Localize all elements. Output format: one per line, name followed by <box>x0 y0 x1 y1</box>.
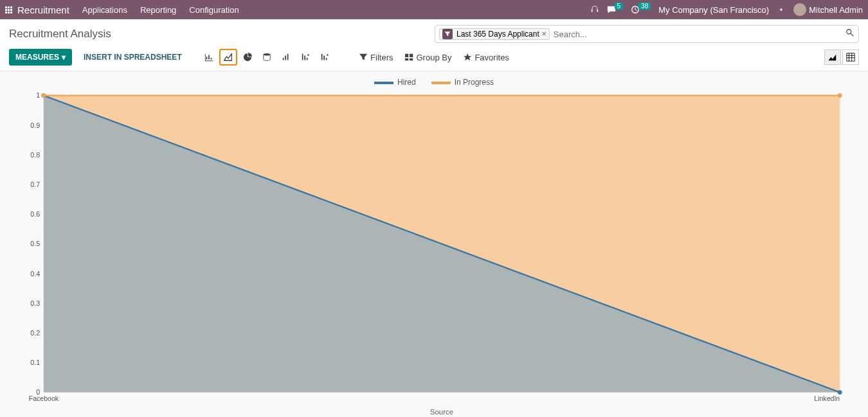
avatar <box>793 3 806 16</box>
legend-item-hired[interactable]: Hired <box>374 78 416 87</box>
svg-point-3 <box>263 53 270 56</box>
pie-chart-button[interactable] <box>239 49 257 66</box>
svg-point-29 <box>838 93 842 98</box>
groupby-button[interactable]: Group By <box>405 53 452 62</box>
page-title: Recruitment Analysis <box>9 28 111 40</box>
top-navbar: Recruitment Applications Reporting Confi… <box>0 0 868 19</box>
groupby-label: Group By <box>417 53 452 62</box>
nav-configuration[interactable]: Configuration <box>189 5 239 15</box>
filter-chip-label: Last 365 Days Applicant <box>457 30 539 39</box>
control-panel: Recruitment Analysis Last 365 Days Appli… <box>0 19 868 71</box>
nav-applications[interactable]: Applications <box>82 5 127 15</box>
svg-text:LinkedIn: LinkedIn <box>814 395 840 402</box>
sort-desc2-button[interactable] <box>316 49 334 66</box>
activities-icon[interactable]: 38 <box>631 5 651 14</box>
legend-item-in-progress[interactable]: In Progress <box>431 78 494 87</box>
svg-point-1 <box>780 8 782 11</box>
sort-desc1-button[interactable] <box>296 49 314 66</box>
app-name[interactable]: Recruitment <box>17 4 69 15</box>
svg-text:0.2: 0.2 <box>30 329 40 337</box>
svg-text:1: 1 <box>36 91 40 99</box>
filter-chip[interactable]: Last 365 Days Applicant × <box>439 28 550 40</box>
support-icon[interactable] <box>590 5 599 14</box>
svg-text:Source: Source <box>430 408 454 416</box>
user-name: Mitchell Admin <box>809 5 863 15</box>
remove-filter-icon[interactable]: × <box>542 30 547 39</box>
line-chart: 00.10.20.30.40.50.60.70.80.91FacebookLin… <box>9 89 859 417</box>
filters-label: Filters <box>370 53 393 62</box>
svg-text:0.7: 0.7 <box>30 181 40 188</box>
search-bar[interactable]: Last 365 Days Applicant × <box>435 25 859 43</box>
insert-spreadsheet-button[interactable]: Insert in Spreadsheet <box>77 49 188 66</box>
svg-text:0.8: 0.8 <box>30 151 40 159</box>
svg-text:0.9: 0.9 <box>30 121 40 129</box>
stacked-button[interactable] <box>258 49 276 66</box>
graph-view-button[interactable] <box>824 49 841 65</box>
filters-button[interactable]: Filters <box>359 53 393 62</box>
messages-icon[interactable]: 5 <box>607 5 624 14</box>
line-chart-button[interactable] <box>219 49 237 66</box>
activities-badge: 38 <box>638 3 651 10</box>
legend-label-1: In Progress <box>455 78 494 87</box>
legend-label-0: Hired <box>397 78 416 87</box>
company-selector[interactable]: My Company (San Francisco) <box>658 5 769 15</box>
svg-text:Facebook: Facebook <box>29 395 59 402</box>
filter-icon <box>442 29 453 39</box>
svg-point-28 <box>41 93 46 98</box>
chart-area: Hired In Progress 00.10.20.30.40.50.60.7… <box>0 71 868 417</box>
chart-legend: Hired In Progress <box>9 78 859 87</box>
nav-reporting[interactable]: Reporting <box>140 5 176 15</box>
svg-point-27 <box>838 390 842 395</box>
user-menu[interactable]: Mitchell Admin <box>793 3 863 16</box>
svg-text:0.6: 0.6 <box>30 210 40 218</box>
svg-text:0.1: 0.1 <box>30 359 40 366</box>
bar-chart-button[interactable] <box>200 49 218 66</box>
debug-icon[interactable] <box>777 5 786 14</box>
measures-label: Measures <box>15 53 59 62</box>
favorites-label: Favorites <box>475 53 509 62</box>
svg-text:0.5: 0.5 <box>30 240 40 247</box>
search-input[interactable] <box>554 30 845 39</box>
svg-text:0.3: 0.3 <box>30 299 40 307</box>
svg-text:0.4: 0.4 <box>30 270 40 278</box>
chart-type-switcher <box>200 49 334 66</box>
messages-badge: 5 <box>615 3 624 10</box>
pivot-view-button[interactable] <box>842 49 859 65</box>
favorites-button[interactable]: Favorites <box>463 53 509 62</box>
svg-point-2 <box>847 30 851 34</box>
measures-button[interactable]: Measures ▾ <box>9 49 72 66</box>
apps-icon[interactable] <box>5 6 12 13</box>
chevron-down-icon: ▾ <box>62 53 66 62</box>
search-icon[interactable] <box>845 28 854 40</box>
sort-asc-button[interactable] <box>277 49 295 66</box>
